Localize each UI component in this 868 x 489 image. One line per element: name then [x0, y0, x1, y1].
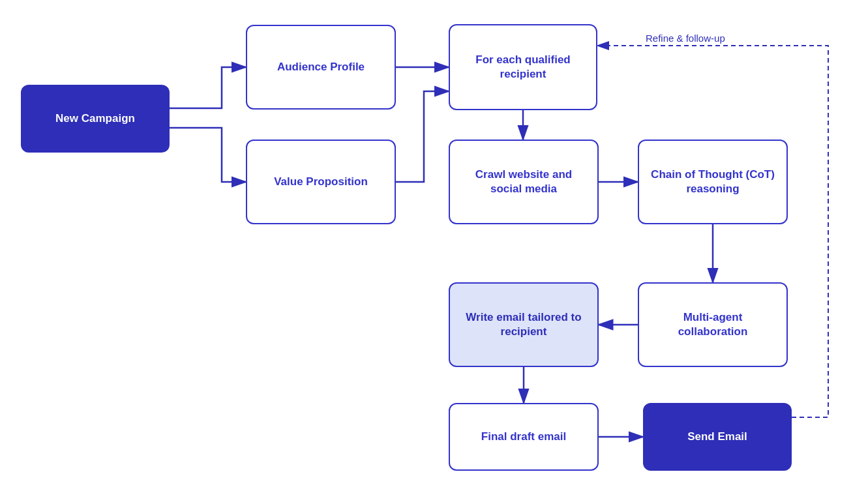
for-each-recipient-node: For each qualified recipient	[449, 24, 597, 110]
new-campaign-node: New Campaign	[21, 85, 170, 153]
value-proposition-label: Value Proposition	[274, 175, 368, 189]
audience-profile-label: Audience Profile	[277, 60, 365, 74]
refine-followup-label: Refine & follow-up	[646, 33, 725, 44]
audience-profile-node: Audience Profile	[246, 25, 396, 110]
write-email-node: Write email tailored to recipient	[449, 282, 599, 367]
send-email-label: Send Email	[687, 430, 747, 444]
final-draft-label: Final draft email	[481, 430, 566, 444]
chain-of-thought-node: Chain of Thought (CoT) reasoning	[638, 140, 788, 224]
multi-agent-node: Multi-agent collaboration	[638, 282, 788, 367]
value-proposition-node: Value Proposition	[246, 140, 396, 224]
final-draft-node: Final draft email	[449, 403, 599, 471]
multi-agent-label: Multi-agent collaboration	[650, 310, 776, 339]
diagram-container: New Campaign Audience Profile Value Prop…	[0, 0, 868, 489]
chain-of-thought-label: Chain of Thought (CoT) reasoning	[650, 168, 776, 196]
write-email-label: Write email tailored to recipient	[460, 310, 587, 339]
crawl-website-label: Crawl website and social media	[460, 168, 587, 196]
new-campaign-label: New Campaign	[55, 111, 135, 126]
send-email-node: Send Email	[643, 403, 792, 471]
crawl-website-node: Crawl website and social media	[449, 140, 599, 224]
for-each-recipient-label: For each qualified recipient	[460, 53, 586, 82]
